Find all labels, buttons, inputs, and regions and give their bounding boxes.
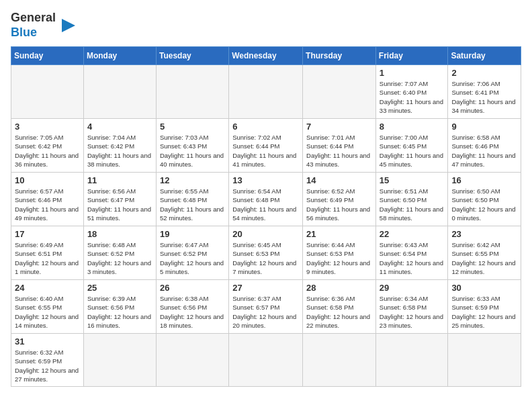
day-info: Sunrise: 6:51 AM Sunset: 6:50 PM Dayligh…: [380, 187, 445, 222]
calendar-header-row: SundayMondayTuesdayWednesdayThursdayFrid…: [11, 47, 521, 65]
day-info: Sunrise: 6:42 AM Sunset: 6:55 PM Dayligh…: [451, 240, 517, 276]
calendar-cell: 24Sunrise: 6:40 AM Sunset: 6:55 PM Dayli…: [11, 280, 84, 334]
day-number: 29: [380, 283, 445, 293]
calendar-week-row: 31Sunrise: 6:32 AM Sunset: 6:59 PM Dayli…: [11, 334, 521, 387]
day-info: Sunrise: 6:48 AM Sunset: 6:52 PM Dayligh…: [87, 240, 152, 276]
calendar-cell: [156, 65, 228, 119]
calendar-cell: 7Sunrise: 7:01 AM Sunset: 6:44 PM Daylig…: [303, 119, 376, 173]
calendar-week-row: 1Sunrise: 7:07 AM Sunset: 6:40 PM Daylig…: [11, 65, 521, 119]
calendar-cell: [303, 65, 376, 119]
day-number: 19: [160, 229, 225, 239]
day-number: 23: [451, 229, 517, 239]
calendar-cell: 26Sunrise: 6:38 AM Sunset: 6:56 PM Dayli…: [156, 280, 228, 334]
calendar-cell: 5Sunrise: 7:03 AM Sunset: 6:43 PM Daylig…: [156, 119, 228, 173]
day-info: Sunrise: 6:55 AM Sunset: 6:48 PM Dayligh…: [160, 187, 225, 222]
day-number: 13: [232, 175, 299, 185]
calendar-cell: [303, 334, 376, 387]
day-number: 5: [160, 122, 225, 132]
day-number: 1: [380, 68, 445, 78]
day-number: 15: [380, 175, 445, 185]
calendar-cell: 6Sunrise: 7:02 AM Sunset: 6:44 PM Daylig…: [229, 119, 303, 173]
calendar-cell: 11Sunrise: 6:56 AM Sunset: 6:47 PM Dayli…: [83, 173, 156, 226]
calendar-cell: [229, 334, 303, 387]
calendar-cell: 20Sunrise: 6:45 AM Sunset: 6:53 PM Dayli…: [229, 226, 303, 280]
header: GeneralBlue: [11, 11, 521, 40]
day-number: 24: [15, 283, 80, 293]
calendar-cell: 10Sunrise: 6:57 AM Sunset: 6:46 PM Dayli…: [11, 173, 84, 226]
day-info: Sunrise: 6:33 AM Sunset: 6:59 PM Dayligh…: [451, 294, 517, 330]
day-info: Sunrise: 7:07 AM Sunset: 6:40 PM Dayligh…: [380, 79, 445, 115]
calendar-cell: 31Sunrise: 6:32 AM Sunset: 6:59 PM Dayli…: [11, 334, 84, 387]
day-info: Sunrise: 6:52 AM Sunset: 6:49 PM Dayligh…: [306, 187, 372, 222]
calendar-cell: 15Sunrise: 6:51 AM Sunset: 6:50 PM Dayli…: [375, 173, 448, 226]
calendar-cell: 12Sunrise: 6:55 AM Sunset: 6:48 PM Dayli…: [156, 173, 228, 226]
day-info: Sunrise: 6:56 AM Sunset: 6:47 PM Dayligh…: [87, 187, 152, 222]
day-number: 2: [451, 68, 517, 78]
calendar-cell: 23Sunrise: 6:42 AM Sunset: 6:55 PM Dayli…: [448, 226, 521, 280]
calendar-cell: [83, 65, 156, 119]
day-info: Sunrise: 7:02 AM Sunset: 6:44 PM Dayligh…: [232, 133, 299, 169]
day-info: Sunrise: 7:05 AM Sunset: 6:42 PM Dayligh…: [15, 133, 80, 169]
day-info: Sunrise: 6:32 AM Sunset: 6:59 PM Dayligh…: [15, 348, 80, 383]
day-number: 16: [451, 175, 517, 185]
day-number: 18: [87, 229, 152, 239]
calendar-cell: 8Sunrise: 7:00 AM Sunset: 6:45 PM Daylig…: [375, 119, 448, 173]
day-info: Sunrise: 7:04 AM Sunset: 6:42 PM Dayligh…: [87, 133, 152, 169]
day-info: Sunrise: 6:36 AM Sunset: 6:58 PM Dayligh…: [306, 294, 372, 330]
day-info: Sunrise: 7:00 AM Sunset: 6:45 PM Dayligh…: [380, 133, 445, 169]
day-of-week-header: Tuesday: [156, 47, 228, 65]
calendar-cell: 13Sunrise: 6:54 AM Sunset: 6:48 PM Dayli…: [229, 173, 303, 226]
calendar-cell: 28Sunrise: 6:36 AM Sunset: 6:58 PM Dayli…: [303, 280, 376, 334]
day-number: 17: [15, 229, 80, 239]
calendar-cell: 27Sunrise: 6:37 AM Sunset: 6:57 PM Dayli…: [229, 280, 303, 334]
day-of-week-header: Friday: [375, 47, 448, 65]
day-number: 28: [306, 283, 372, 293]
day-info: Sunrise: 6:40 AM Sunset: 6:55 PM Dayligh…: [15, 294, 80, 330]
calendar-week-row: 3Sunrise: 7:05 AM Sunset: 6:42 PM Daylig…: [11, 119, 521, 173]
day-number: 20: [232, 229, 299, 239]
day-info: Sunrise: 7:01 AM Sunset: 6:44 PM Dayligh…: [306, 133, 372, 169]
calendar-cell: 16Sunrise: 6:50 AM Sunset: 6:50 PM Dayli…: [448, 173, 521, 226]
calendar-cell: [11, 65, 84, 119]
calendar-cell: 9Sunrise: 6:58 AM Sunset: 6:46 PM Daylig…: [448, 119, 521, 173]
day-info: Sunrise: 6:43 AM Sunset: 6:54 PM Dayligh…: [380, 240, 445, 276]
day-info: Sunrise: 6:34 AM Sunset: 6:58 PM Dayligh…: [380, 294, 445, 330]
day-info: Sunrise: 6:50 AM Sunset: 6:50 PM Dayligh…: [451, 187, 517, 222]
calendar-week-row: 10Sunrise: 6:57 AM Sunset: 6:46 PM Dayli…: [11, 173, 521, 226]
day-info: Sunrise: 6:57 AM Sunset: 6:46 PM Dayligh…: [15, 187, 80, 222]
day-info: Sunrise: 6:37 AM Sunset: 6:57 PM Dayligh…: [232, 294, 299, 330]
calendar-cell: 30Sunrise: 6:33 AM Sunset: 6:59 PM Dayli…: [448, 280, 521, 334]
day-of-week-header: Thursday: [303, 47, 376, 65]
day-number: 26: [160, 283, 225, 293]
day-number: 9: [451, 122, 517, 132]
calendar-cell: 29Sunrise: 6:34 AM Sunset: 6:58 PM Dayli…: [375, 280, 448, 334]
day-of-week-header: Monday: [83, 47, 156, 65]
calendar-cell: 19Sunrise: 6:47 AM Sunset: 6:52 PM Dayli…: [156, 226, 228, 280]
calendar-cell: 14Sunrise: 6:52 AM Sunset: 6:49 PM Dayli…: [303, 173, 376, 226]
day-info: Sunrise: 6:49 AM Sunset: 6:51 PM Dayligh…: [15, 240, 80, 276]
day-number: 25: [87, 283, 152, 293]
day-info: Sunrise: 6:45 AM Sunset: 6:53 PM Dayligh…: [232, 240, 299, 276]
calendar-cell: 4Sunrise: 7:04 AM Sunset: 6:42 PM Daylig…: [83, 119, 156, 173]
day-info: Sunrise: 6:39 AM Sunset: 6:56 PM Dayligh…: [87, 294, 152, 330]
calendar-cell: 18Sunrise: 6:48 AM Sunset: 6:52 PM Dayli…: [83, 226, 156, 280]
day-number: 14: [306, 175, 372, 185]
day-number: 6: [232, 122, 299, 132]
day-number: 11: [87, 175, 152, 185]
day-number: 30: [451, 283, 517, 293]
calendar-cell: 21Sunrise: 6:44 AM Sunset: 6:53 PM Dayli…: [303, 226, 376, 280]
day-number: 10: [15, 175, 80, 185]
day-of-week-header: Wednesday: [229, 47, 303, 65]
calendar-cell: 22Sunrise: 6:43 AM Sunset: 6:54 PM Dayli…: [375, 226, 448, 280]
calendar-cell: 25Sunrise: 6:39 AM Sunset: 6:56 PM Dayli…: [83, 280, 156, 334]
logo-triangle-icon: [58, 15, 79, 36]
day-number: 21: [306, 229, 372, 239]
day-of-week-header: Sunday: [11, 47, 84, 65]
calendar-cell: [375, 334, 448, 387]
day-number: 3: [15, 122, 80, 132]
day-info: Sunrise: 6:58 AM Sunset: 6:46 PM Dayligh…: [451, 133, 517, 169]
day-info: Sunrise: 7:06 AM Sunset: 6:41 PM Dayligh…: [451, 79, 517, 115]
calendar-cell: [156, 334, 228, 387]
calendar-cell: 17Sunrise: 6:49 AM Sunset: 6:51 PM Dayli…: [11, 226, 84, 280]
day-number: 31: [15, 336, 80, 347]
